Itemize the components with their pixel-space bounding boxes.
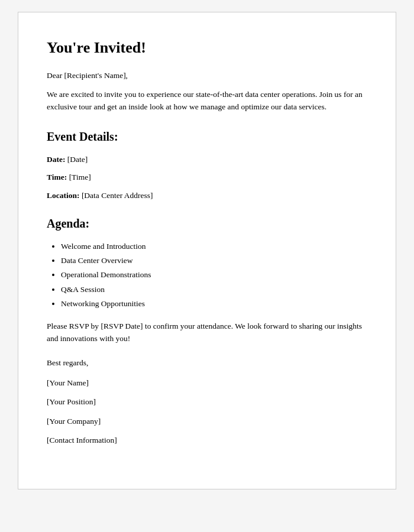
event-details-heading: Event Details: [47,128,367,145]
date-label: Date: [47,155,65,164]
date-line: Date: [Date] [47,154,367,166]
your-name: [Your Name] [47,377,367,389]
agenda-item: Networking Opportunities [61,298,367,310]
event-details-section: Event Details: Date: [Date] Time: [Time]… [47,128,367,202]
rsvp-text: Please RSVP by [RSVP Date] to confirm yo… [47,320,367,345]
agenda-item: Q&A Session [61,284,367,296]
document: You're Invited! Dear [Recipient's Name],… [18,12,396,489]
intro-text: We are excited to invite you to experien… [47,89,367,113]
agenda-item: Welcome and Introduction [61,241,367,252]
date-value: [Date] [67,155,88,164]
document-title: You're Invited! [47,36,367,59]
contact-info: [Contact Information] [47,434,367,446]
closing: Best regards, [47,357,367,369]
page-container: You're Invited! Dear [Recipient's Name],… [0,0,414,532]
location-line: Location: [Data Center Address] [47,190,367,202]
agenda-section: Agenda: Welcome and IntroductionData Cen… [47,215,367,310]
time-line: Time: [Time] [47,171,367,183]
agenda-item: Operational Demonstrations [61,269,367,281]
agenda-heading: Agenda: [47,215,367,232]
time-label: Time: [47,173,67,181]
your-company: [Your Company] [47,416,367,427]
location-value: [Data Center Address] [82,191,153,200]
agenda-list: Welcome and IntroductionData Center Over… [61,241,367,310]
salutation: Dear [Recipient's Name], [47,70,367,82]
agenda-item: Data Center Overview [61,255,367,267]
time-value: [Time] [69,173,91,181]
your-position: [Your Position] [47,396,367,408]
location-label: Location: [47,191,80,200]
